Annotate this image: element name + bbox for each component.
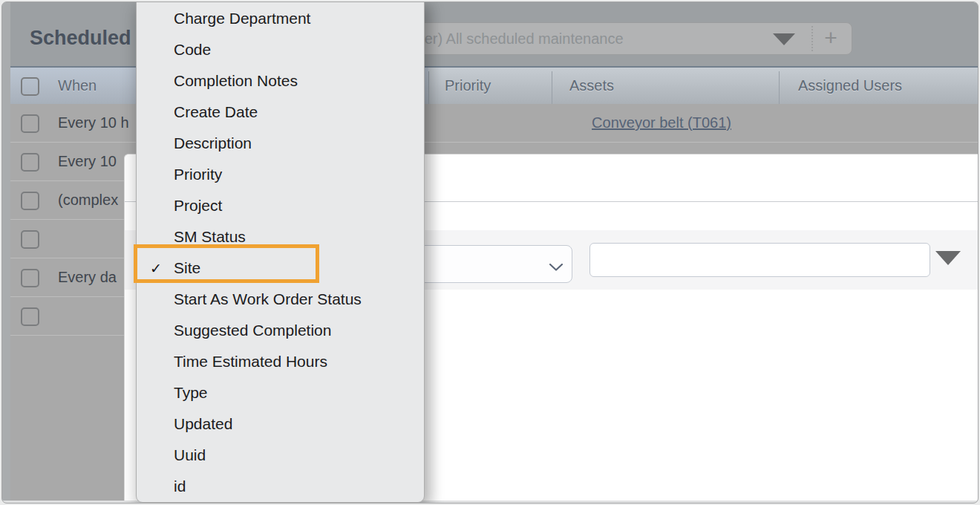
menu-item-suggested-completion[interactable]: Suggested Completion <box>137 315 424 346</box>
menu-item-charge-department[interactable]: Charge Department <box>137 3 424 34</box>
menu-item-site[interactable]: ✓Site <box>137 252 424 284</box>
row-checkbox[interactable] <box>21 307 39 326</box>
menu-item-time-estimated-hours[interactable]: Time Estimated Hours <box>137 346 424 377</box>
menu-item-label: Priority <box>174 166 222 183</box>
menu-item-description[interactable]: Description <box>137 128 424 159</box>
screenshot-root: Scheduled When Priority Assets Assigned … <box>0 0 980 505</box>
menu-item-label: SM Status <box>174 228 246 246</box>
chevron-down-icon <box>549 261 563 274</box>
menu-item-label: Uuid <box>174 446 206 464</box>
menu-item-code[interactable]: Code <box>137 34 424 65</box>
menu-item-label: Site <box>174 259 200 277</box>
column-header-when[interactable]: When <box>58 68 97 104</box>
select-all-checkbox[interactable] <box>21 77 39 96</box>
filter-dropdown-triangle-icon[interactable] <box>773 33 795 45</box>
menu-item-id[interactable]: id <box>137 471 424 502</box>
menu-item-label: Updated <box>174 415 232 433</box>
column-divider <box>552 71 552 104</box>
column-divider <box>428 71 429 104</box>
when-cell: Every 10 h <box>58 104 129 142</box>
column-header-assets[interactable]: Assets <box>569 68 614 104</box>
row-checkbox[interactable] <box>21 153 39 172</box>
checkmark-icon: ✓ <box>137 260 174 277</box>
row-checkbox[interactable] <box>21 114 39 133</box>
app-window: Scheduled When Priority Assets Assigned … <box>1 1 979 504</box>
menu-item-label: Code <box>174 41 211 59</box>
filter-value-input[interactable] <box>589 243 930 277</box>
menu-item-create-date[interactable]: Create Date <box>137 97 424 128</box>
menu-item-label: Charge Department <box>174 10 310 27</box>
when-cell: Every da <box>58 258 117 296</box>
row-checkbox[interactable] <box>21 269 39 287</box>
menu-item-label: Description <box>174 134 252 152</box>
column-divider <box>779 71 780 104</box>
saved-filter-value: (filter) All scheduled maintenance <box>405 23 624 54</box>
menu-item-label: Completion Notes <box>174 72 298 90</box>
menu-item-updated[interactable]: Updated <box>137 408 424 440</box>
page-left-margin <box>2 2 10 501</box>
menu-item-label: id <box>174 478 186 495</box>
add-filter-button[interactable]: + <box>816 23 846 54</box>
menu-item-label: Start As Work Order Status <box>174 290 362 308</box>
column-chooser-menu: Charge Department Code Completion Notes … <box>136 1 425 503</box>
column-header-priority[interactable]: Priority <box>445 68 491 104</box>
menu-item-uuid[interactable]: Uuid <box>137 440 424 471</box>
when-cell: (complex <box>58 181 118 219</box>
page-title: Scheduled <box>30 27 131 50</box>
filter-pill-divider <box>811 26 813 51</box>
asset-link[interactable]: Conveyor belt (T061) <box>592 114 731 131</box>
menu-item-label: Create Date <box>174 103 258 121</box>
row-checkbox[interactable] <box>21 230 39 249</box>
row-checkbox[interactable] <box>21 192 39 210</box>
saved-filter-control[interactable]: (filter) All scheduled maintenance + <box>393 22 852 55</box>
menu-item-label: Suggested Completion <box>174 322 331 339</box>
menu-item-priority[interactable]: Priority <box>137 159 424 190</box>
menu-item-start-as-work-order-status[interactable]: Start As Work Order Status <box>137 284 424 315</box>
menu-item-type[interactable]: Type <box>137 377 424 408</box>
panel-dropdown-triangle-icon[interactable] <box>935 251 961 265</box>
menu-item-label: Type <box>174 384 208 402</box>
menu-item-label: Time Estimated Hours <box>174 353 327 371</box>
assets-cell: Conveyor belt (T061) <box>550 104 773 142</box>
filter-field-select[interactable] <box>418 245 572 283</box>
menu-item-completion-notes[interactable]: Completion Notes <box>137 65 424 97</box>
menu-item-sm-status[interactable]: SM Status <box>137 221 424 252</box>
when-cell: Every 10 <box>58 143 117 180</box>
menu-item-project[interactable]: Project <box>137 190 424 221</box>
menu-item-label: Project <box>174 197 222 215</box>
column-header-assigned-users[interactable]: Assigned Users <box>798 68 902 104</box>
